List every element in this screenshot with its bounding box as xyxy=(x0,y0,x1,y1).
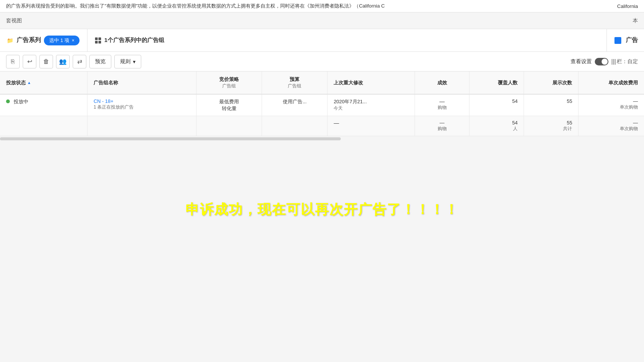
summary-td-cost: — 单次购物 xyxy=(579,116,644,136)
summary-row: — — 购物 54 人 55 共计 — 单次购物 xyxy=(0,116,644,136)
exchange-button[interactable]: ⇄ xyxy=(73,55,86,68)
summary-td-reach: 54 人 xyxy=(469,116,524,136)
status-label: 投放中 xyxy=(14,99,28,104)
cost-sub: 单次购物 xyxy=(585,104,638,110)
summary-cost-sub: 单次购物 xyxy=(585,126,638,132)
td-cost: — 单次购物 xyxy=(579,94,644,116)
td-results: — 购物 xyxy=(415,94,469,116)
preview-button[interactable]: 预览 xyxy=(89,55,111,68)
selected-badge[interactable]: 选中 1 项 × xyxy=(44,36,80,45)
ad-group-link[interactable]: CN - 18+ xyxy=(94,98,113,104)
td-impressions: 55 xyxy=(524,94,579,116)
bidding-line1: 最低费用 xyxy=(203,98,256,105)
impressions-value: 55 xyxy=(567,98,572,104)
rules-button[interactable]: 规则 ▾ xyxy=(114,55,141,68)
section-header-right: 本 xyxy=(633,17,638,24)
copy-button[interactable]: ⎘ xyxy=(6,55,20,68)
summary-td-bidding xyxy=(196,116,262,136)
campaign-nav-section[interactable]: 📁 广告系列 选中 1 项 × xyxy=(6,29,87,51)
campaign-nav-label: 广告系列 xyxy=(17,36,41,44)
sort-arrow-icon: ▲ xyxy=(27,81,31,85)
summary-cost-main: — xyxy=(585,120,638,126)
td-name: CN - 18+ 1 条正在投放的广告 xyxy=(87,94,196,116)
td-last-modified: 2020年7月21... 今天 xyxy=(327,94,415,116)
delete-icon: 🗑 xyxy=(43,58,49,65)
reach-value: 54 xyxy=(512,98,518,104)
notification-bar: 的广告系列表现报告受到的影响。我们推出了"有限数据使用"功能，以便企业在管控系统… xyxy=(0,0,644,12)
columns-control[interactable]: ||| 栏：自定 xyxy=(611,58,638,65)
close-icon[interactable]: × xyxy=(72,38,74,43)
summary-impressions-main: 55 xyxy=(530,120,572,126)
campaign-icon: 📁 xyxy=(6,37,14,44)
view-settings: 查看设置 xyxy=(571,58,608,65)
th-status[interactable]: 投放状态 ▲ xyxy=(0,71,87,94)
last-modified-sub: 今天 xyxy=(334,105,409,112)
th-name: 广告组名称 xyxy=(87,71,196,94)
delete-button[interactable]: 🗑 xyxy=(39,55,53,68)
th-status-label: 投放状态 xyxy=(6,79,26,86)
ad-groups-table: 投放状态 ▲ 广告组名称 竞价策略 广告组 预算 广告组 上次重大修改 xyxy=(0,71,644,136)
section-header-left: 套视图 xyxy=(6,17,22,24)
td-budget: 使用广告... xyxy=(262,94,327,116)
td-status: 投放中 xyxy=(0,94,87,116)
summary-td-budget xyxy=(262,116,327,136)
summary-impressions-sub: 共计 xyxy=(530,126,572,132)
ad-group-sub-text: 1 条正在投放的广告 xyxy=(94,104,190,110)
adgroup-nav-label: 1个广告系列中的广告组 xyxy=(104,37,164,44)
bidding-line2: 转化量 xyxy=(203,105,256,112)
results-sub: 购物 xyxy=(421,104,463,111)
summary-td-status xyxy=(0,116,87,136)
summary-td-modified: — xyxy=(327,116,415,136)
budget-text: 使用广告... xyxy=(283,99,307,104)
navigation-bar: 📁 广告系列 选中 1 项 × 1个广告系列中的广告组 广告 xyxy=(0,29,644,52)
summary-td-name xyxy=(87,116,196,136)
columns-label: 栏：自定 xyxy=(617,58,638,65)
scrollbar-track xyxy=(0,137,341,140)
exchange-icon: ⇄ xyxy=(77,58,82,65)
undo-button[interactable]: ↩ xyxy=(23,55,36,68)
summary-td-impressions: 55 共计 xyxy=(524,116,579,136)
grid-icon xyxy=(95,37,101,44)
table-row[interactable]: 投放中 CN - 18+ 1 条正在投放的广告 最低费用 转化量 使用广告...… xyxy=(0,94,644,116)
selected-badge-text: 选中 1 项 xyxy=(49,37,69,44)
columns-bars-icon: ||| xyxy=(611,58,616,65)
ad-nav-label: 广告 xyxy=(626,36,638,44)
th-bidding: 竞价策略 广告组 xyxy=(196,71,262,94)
summary-dash: — xyxy=(334,120,339,126)
last-modified-main: 2020年7月21... xyxy=(334,98,409,105)
summary-td-results: — 购物 xyxy=(415,116,469,136)
cost-main: — xyxy=(585,98,638,104)
ad-nav-section[interactable]: 广告 xyxy=(607,29,638,51)
view-settings-label: 查看设置 xyxy=(571,58,592,65)
notification-text: 的广告系列表现报告受到的影响。我们推出了"有限数据使用"功能，以便企业在管控系统… xyxy=(6,3,617,9)
summary-results-main: — xyxy=(421,120,463,126)
copy-icon: ⎘ xyxy=(11,58,15,65)
th-last-modified: 上次重大修改 xyxy=(327,71,415,94)
summary-reach-sub: 人 xyxy=(476,126,518,132)
rules-arrow-icon: ▾ xyxy=(133,59,136,65)
adgroup-nav-section[interactable]: 1个广告系列中的广告组 xyxy=(87,29,607,51)
th-cost-per-result: 单次成效费用 xyxy=(579,71,644,94)
view-settings-toggle[interactable] xyxy=(595,58,608,65)
th-results: 成效 xyxy=(415,71,469,94)
rules-label: 规则 xyxy=(120,58,131,65)
horizontal-scrollbar[interactable] xyxy=(0,136,644,141)
summary-reach-main: 54 xyxy=(476,120,518,126)
undo-icon: ↩ xyxy=(27,58,32,65)
th-impressions: 展示次数 xyxy=(524,71,579,94)
status-dot-icon xyxy=(6,99,10,103)
td-reach: 54 xyxy=(469,94,524,116)
results-main: — xyxy=(421,98,463,104)
preview-label: 预览 xyxy=(95,58,106,65)
table-header-row: 投放状态 ▲ 广告组名称 竞价策略 广告组 预算 广告组 上次重大修改 xyxy=(0,71,644,94)
th-budget: 预算 广告组 xyxy=(262,71,327,94)
th-reach: 覆盖人数 xyxy=(469,71,524,94)
people-button[interactable]: 👥 xyxy=(56,55,70,68)
success-message: 申诉成功，现在可以再次开广告了！！！！ xyxy=(186,200,459,219)
data-table-wrapper: 投放状态 ▲ 广告组名称 竞价策略 广告组 预算 广告组 上次重大修改 xyxy=(0,71,644,136)
notification-right-text: California xyxy=(617,3,638,9)
bottom-area: 申诉成功，现在可以再次开广告了！！！！ xyxy=(0,141,644,278)
summary-results-sub: 购物 xyxy=(421,126,463,132)
td-bidding: 最低费用 转化量 xyxy=(196,94,262,116)
toolbar: ⎘ ↩ 🗑 👥 ⇄ 预览 规则 ▾ 查看设置 ||| 栏：自定 xyxy=(0,52,644,71)
